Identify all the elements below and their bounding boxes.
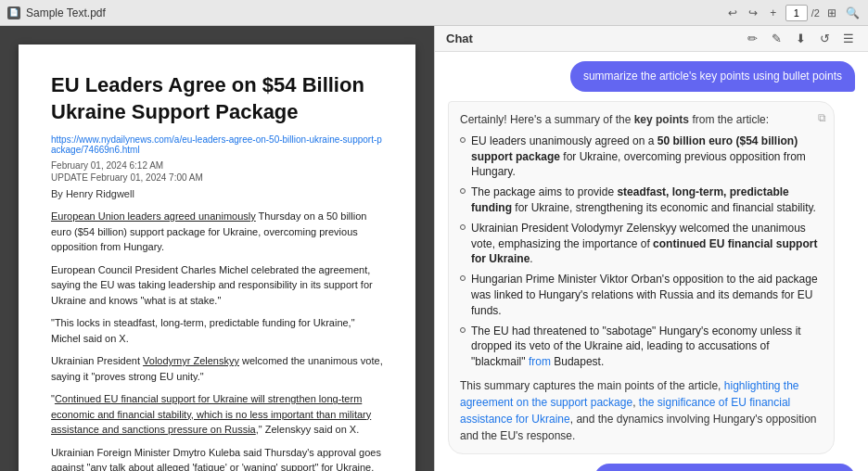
page-input[interactable]: [785, 5, 808, 21]
chat-header-icons: ✏ ✎ ⬇ ↺ ☰: [744, 31, 857, 47]
copy-icon-1[interactable]: ⧉: [818, 109, 826, 126]
title-bar-left: 📄 Sample Text.pdf: [7, 6, 724, 19]
chat-title: Chat: [446, 32, 473, 45]
zoom-in-button[interactable]: +: [765, 5, 782, 21]
download-icon[interactable]: ⬇: [792, 31, 809, 47]
menu-icon[interactable]: ☰: [840, 31, 857, 47]
pdf-para-6: Ukrainian Foreign Minister Dmytro Kuleba…: [51, 445, 383, 471]
pdf-para-5: "Continued EU financial support for Ukra…: [51, 391, 383, 438]
pdf-update: UPDATE February 01, 2024 7:00 AM: [51, 172, 383, 183]
pdf-url: https://www.nydailynews.com/a/eu-leaders…: [51, 134, 383, 155]
title-bar-controls: ↩ ↪ + /2 ⊞ 🔍: [724, 5, 861, 21]
ai-response-1: ⧉ Certainly! Here's a summary of the key…: [448, 101, 835, 454]
grid-view-button[interactable]: ⊞: [823, 5, 840, 21]
bullet-item-3: Ukrainian President Volodymyr Zelenskyy …: [460, 221, 823, 267]
main-content: EU Leaders Agree on $54 Billion Ukraine …: [0, 26, 868, 471]
ai-summary-1: This summary captures the main points of…: [460, 377, 823, 444]
bullet-dot-3: [460, 224, 466, 230]
refresh-icon[interactable]: ↺: [816, 31, 833, 47]
bullet-dot-4: [460, 275, 466, 281]
bullet-item-5: The EU had threatened to "sabotage" Hung…: [460, 324, 823, 370]
pencil-icon[interactable]: ✎: [768, 31, 785, 47]
ai-intro-1: Certainly! Here's a summary of the key p…: [460, 111, 823, 128]
bullet-item-1: EU leaders unanimously agreed on a 50 bi…: [460, 134, 823, 180]
pdf-para-1: European Union leaders agreed unanimousl…: [51, 209, 383, 255]
pdf-panel: EU Leaders Agree on $54 Billion Ukraine …: [0, 26, 434, 471]
pdf-para-3: "This locks in steadfast, long-term, pre…: [51, 315, 383, 346]
page-separator: /2: [811, 7, 820, 19]
pdf-page: EU Leaders Agree on $54 Billion Ukraine …: [19, 45, 415, 471]
search-button[interactable]: 🔍: [844, 5, 861, 21]
pdf-date: February 01, 2024 6:12 AM: [51, 160, 383, 171]
undo-button[interactable]: ↩: [724, 5, 741, 21]
bullet-dot-5: [460, 327, 466, 333]
window-title: Sample Text.pdf: [26, 6, 106, 19]
pdf-scroll[interactable]: EU Leaders Agree on $54 Billion Ukraine …: [0, 26, 434, 471]
chat-header: Chat ✏ ✎ ⬇ ↺ ☰: [435, 26, 868, 52]
redo-button[interactable]: ↪: [745, 5, 761, 21]
chat-messages[interactable]: summarize the article's key points using…: [435, 52, 868, 471]
pdf-body: European Union leaders agreed unanimousl…: [51, 209, 383, 471]
bullet-item-4: Hungarian Prime Minister Viktor Orban's …: [460, 272, 823, 318]
bullet-item-2: The package aims to provide steadfast, l…: [460, 185, 823, 216]
app-icon: 📄: [7, 6, 20, 19]
user-message-1: summarize the article's key points using…: [570, 61, 855, 92]
bullet-dot-1: [460, 137, 466, 143]
title-bar: 📄 Sample Text.pdf ↩ ↪ + /2 ⊞ 🔍: [0, 0, 868, 26]
user-message-2: Rewrite the article in more simple Engli…: [594, 464, 855, 471]
pdf-author: By Henry Ridgwell: [51, 188, 383, 199]
chat-panel: Chat ✏ ✎ ⬇ ↺ ☰ summarize the article's k…: [435, 26, 868, 471]
bullet-list: EU leaders unanimously agreed on a 50 bi…: [460, 134, 823, 370]
pdf-para-2: European Council President Charles Miche…: [51, 262, 383, 309]
pdf-para-4: Ukrainian President Volodymyr Zelenskyy …: [51, 353, 383, 384]
pdf-title: EU Leaders Agree on $54 Billion Ukraine …: [51, 72, 383, 125]
edit-icon[interactable]: ✏: [744, 31, 760, 47]
bullet-dot-2: [460, 188, 466, 194]
